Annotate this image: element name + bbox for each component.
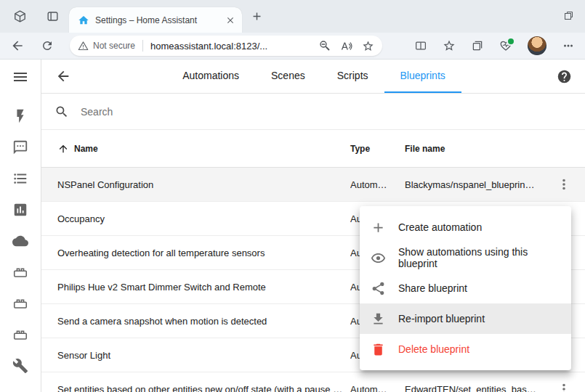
dots-vertical-icon — [556, 381, 572, 392]
workspaces-button[interactable] — [13, 9, 27, 23]
row-file: EdwardTEN/set_entities_bas… — [405, 384, 543, 392]
sidebar-item-energy[interactable] — [12, 107, 29, 125]
brick-icon — [12, 295, 28, 311]
menu-item-delete-blueprint[interactable]: Delete blueprint — [360, 334, 571, 364]
tab-blueprints[interactable]: Blueprints — [384, 60, 461, 93]
row-name: Overheating detection for all temperatur… — [57, 248, 350, 258]
menu-item-create-automation[interactable]: Create automation — [360, 212, 571, 242]
row-type: Autom… — [350, 384, 405, 392]
cloud-icon — [12, 233, 28, 249]
tab-scenes[interactable]: Scenes — [255, 60, 321, 93]
row-type: Autom… — [350, 179, 405, 190]
browser-essentials-button[interactable] — [499, 39, 512, 52]
status-badge — [507, 37, 515, 46]
home-assistant-favicon-icon — [78, 15, 89, 26]
row-menu-button[interactable] — [549, 170, 578, 199]
row-name: Occupancy — [57, 213, 350, 224]
browser-window: Settings – Home Assistant Not secure hom… — [0, 0, 585, 392]
vertical-tabs-icon — [46, 9, 60, 23]
browser-tab[interactable]: Settings – Home Assistant — [69, 7, 242, 33]
site-security-chip[interactable]: Not secure — [78, 41, 135, 52]
row-name: Sensor Light — [57, 350, 350, 361]
menu-item-reimport-blueprint[interactable]: Re-import blueprint — [360, 303, 571, 334]
app-header: Automations Scenes Scripts Blueprints — [41, 60, 585, 94]
read-aloud-button[interactable] — [340, 40, 352, 52]
menu-item-label: Re-import blueprint — [398, 313, 485, 324]
sidebar-item-cloud[interactable] — [12, 232, 29, 250]
row-name: Philips Hue v2 Smart Dimmer Switch and R… — [57, 282, 350, 293]
browser-menu-button[interactable] — [562, 39, 575, 52]
table-row[interactable]: NSPanel Configuration Autom… Blackymas/n… — [41, 168, 585, 202]
row-name: Set entities based on other entities new… — [57, 384, 350, 392]
security-label: Not secure — [93, 41, 135, 51]
column-label-name: Name — [74, 144, 98, 154]
sidebar-item-todo[interactable] — [12, 170, 29, 187]
column-header-type[interactable]: Type — [350, 144, 405, 154]
sidebar-item-hub-3[interactable] — [12, 326, 29, 343]
row-name: Send a camera snapshot when motion is de… — [57, 316, 350, 327]
tab-actions-button[interactable] — [46, 9, 60, 23]
tab-title: Settings – Home Assistant — [95, 15, 218, 25]
back-button[interactable] — [10, 38, 25, 53]
row-file: Blackymas/nspanel_blueprin… — [405, 179, 543, 190]
menu-item-label: Show automations using this blueprint — [398, 246, 560, 269]
menu-item-show-automations[interactable]: Show automations using this blueprint — [360, 242, 571, 273]
nav-tabs: Automations Scenes Scripts Blueprints — [73, 60, 554, 93]
collections-button[interactable] — [471, 39, 484, 52]
sort-ascending-icon — [57, 143, 69, 155]
lightning-bolt-icon — [12, 108, 28, 124]
column-header-file[interactable]: File name — [405, 144, 543, 154]
tab-close-button[interactable] — [224, 14, 236, 26]
address-bar-actions — [319, 40, 374, 52]
refresh-button[interactable] — [41, 39, 54, 52]
sidebar-item-hub-1[interactable] — [12, 264, 29, 281]
table-header: Name Type File name — [41, 130, 585, 168]
new-tab-button[interactable] — [251, 10, 263, 23]
sidebar-item-hub-2[interactable] — [12, 295, 29, 312]
row-context-menu: Create automation Show automations using… — [360, 206, 571, 370]
plus-icon — [371, 220, 386, 235]
wrench-icon — [12, 358, 28, 374]
zoom-button[interactable] — [319, 40, 331, 52]
menu-item-share-blueprint[interactable]: Share blueprint — [360, 273, 571, 303]
table-row[interactable]: Set entities based on other entities new… — [41, 372, 585, 392]
menu-item-label: Create automation — [398, 221, 482, 233]
brick-icon — [12, 264, 28, 280]
trash-icon — [371, 342, 386, 357]
row-menu-button[interactable] — [549, 375, 578, 392]
sidebar-items — [12, 107, 29, 375]
bookmark-star-button[interactable] — [362, 40, 374, 52]
app-back-button[interactable] — [53, 68, 73, 84]
chat-icon — [12, 139, 28, 155]
sidebar-item-tools[interactable] — [12, 357, 29, 375]
eye-icon — [371, 250, 386, 266]
titlebar-left-actions — [13, 0, 60, 33]
menu-item-label: Share blueprint — [398, 282, 467, 294]
sidebar-item-history[interactable] — [12, 201, 29, 219]
brick-icon — [12, 327, 28, 343]
search-icon — [55, 105, 69, 119]
url-text: homeassistant.local:8123/... — [150, 41, 319, 52]
profile-avatar[interactable] — [528, 36, 546, 55]
window-restore-button[interactable] — [564, 11, 573, 20]
search-input[interactable] — [79, 105, 572, 118]
split-screen-button[interactable] — [414, 39, 427, 52]
menu-item-label: Delete blueprint — [398, 343, 469, 355]
address-divider — [142, 40, 143, 52]
column-header-name[interactable]: Name — [57, 143, 350, 155]
dots-vertical-icon — [556, 176, 572, 192]
sidebar-menu-button[interactable] — [12, 68, 29, 86]
help-button[interactable] — [554, 69, 573, 84]
cube-icon — [13, 9, 27, 23]
list-icon — [12, 171, 28, 187]
tab-scripts[interactable]: Scripts — [321, 60, 384, 93]
address-bar[interactable]: Not secure homeassistant.local:8123/... — [70, 36, 382, 56]
share-icon — [371, 281, 386, 296]
warning-icon — [78, 41, 89, 52]
browser-titlebar: Settings – Home Assistant — [0, 0, 585, 33]
row-name: NSPanel Configuration — [57, 179, 350, 190]
favorites-button[interactable] — [443, 39, 456, 52]
toolbar-right-actions — [414, 36, 575, 55]
tab-automations[interactable]: Automations — [166, 60, 255, 93]
sidebar-item-assist[interactable] — [12, 139, 29, 156]
